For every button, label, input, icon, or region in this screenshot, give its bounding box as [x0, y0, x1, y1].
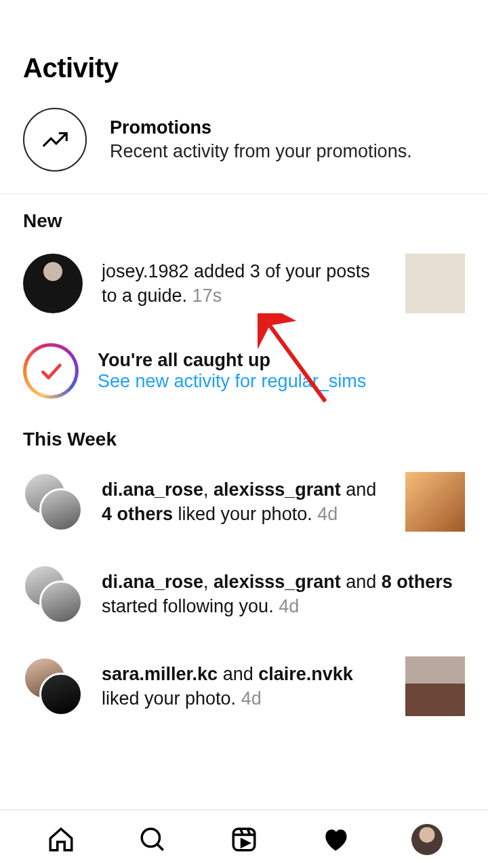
- promotions-icon-circle: [23, 108, 87, 172]
- caught-up-title: You're all caught up: [98, 350, 366, 371]
- activity-item[interactable]: josey.1982 added 3 of your posts to a gu…: [0, 237, 488, 330]
- username[interactable]: josey.1982: [102, 261, 189, 281]
- activity-item[interactable]: sara.miller.kc and claire.nvkk liked you…: [0, 640, 488, 716]
- username[interactable]: di.ana_rose: [102, 572, 203, 592]
- post-thumbnail[interactable]: [405, 254, 465, 313]
- promotions-title: Promotions: [110, 117, 412, 138]
- username[interactable]: di.ana_rose: [102, 479, 203, 500]
- activity-description: started following you.: [102, 596, 279, 616]
- bottom-nav: [0, 810, 488, 868]
- username[interactable]: alexisss_grant: [214, 479, 341, 500]
- others-count[interactable]: 8 others: [382, 572, 453, 592]
- home-icon: [47, 825, 75, 854]
- post-thumbnail[interactable]: [405, 656, 465, 716]
- reels-icon: [230, 825, 258, 854]
- promotions-text: Promotions Recent activity from your pro…: [110, 117, 412, 162]
- activity-text: sara.miller.kc and claire.nvkk liked you…: [102, 662, 386, 711]
- section-label-this-week: This Week: [0, 412, 488, 456]
- caught-up-ring-icon: [23, 343, 79, 399]
- search-icon: [138, 825, 167, 854]
- profile-avatar-icon: [411, 824, 443, 855]
- heart-icon: [321, 825, 350, 854]
- trend-up-icon: [39, 124, 70, 155]
- svg-line-2: [157, 844, 163, 850]
- avatar-stack[interactable]: [23, 564, 83, 624]
- avatar: [39, 488, 83, 532]
- page-title: Activity: [23, 53, 465, 83]
- activity-item[interactable]: di.ana_rose, alexisss_grant and 4 others…: [0, 456, 488, 548]
- page-header: Activity: [0, 0, 488, 97]
- avatar-stack[interactable]: [23, 472, 83, 532]
- avatar: [39, 673, 83, 716]
- nav-search[interactable]: [134, 821, 171, 859]
- section-label-new: New: [0, 194, 488, 237]
- nav-activity[interactable]: [317, 821, 354, 859]
- activity-scroll-area[interactable]: New josey.1982 added 3 of your posts to …: [0, 194, 488, 868]
- username[interactable]: claire.nvkk: [258, 664, 353, 684]
- nav-profile[interactable]: [408, 821, 446, 859]
- avatar: [39, 580, 83, 624]
- activity-text: di.ana_rose, alexisss_grant and 4 others…: [102, 477, 386, 527]
- caught-up-row: You're all caught up See new activity fo…: [0, 330, 488, 412]
- avatar-stack[interactable]: [23, 656, 83, 716]
- username[interactable]: sara.miller.kc: [102, 664, 218, 684]
- promotions-subtitle: Recent activity from your promotions.: [110, 141, 412, 162]
- activity-text: di.ana_rose, alexisss_grant and 8 others…: [102, 570, 465, 619]
- others-count[interactable]: 4 others: [102, 504, 173, 524]
- username[interactable]: alexisss_grant: [214, 572, 341, 592]
- timestamp: 4d: [241, 688, 262, 709]
- caught-up-text: You're all caught up See new activity fo…: [98, 350, 366, 392]
- activity-item[interactable]: di.ana_rose, alexisss_grant and 8 others…: [0, 548, 488, 640]
- checkmark-icon: [37, 357, 64, 384]
- promotions-row[interactable]: Promotions Recent activity from your pro…: [0, 97, 488, 193]
- timestamp: 4d: [317, 504, 338, 524]
- nav-home[interactable]: [42, 821, 80, 859]
- timestamp: 17s: [192, 285, 222, 306]
- caught-up-link[interactable]: See new activity for regular_sims: [98, 371, 366, 392]
- activity-description: liked your photo.: [102, 688, 241, 709]
- activity-description: liked your photo.: [173, 504, 317, 524]
- svg-point-1: [142, 829, 159, 846]
- timestamp: 4d: [279, 596, 299, 616]
- activity-text: josey.1982 added 3 of your posts to a gu…: [102, 259, 386, 309]
- activity-screen: Activity Promotions Recent activity from…: [0, 0, 488, 868]
- avatar[interactable]: [23, 254, 83, 313]
- post-thumbnail[interactable]: [405, 472, 465, 532]
- nav-reels[interactable]: [225, 821, 263, 859]
